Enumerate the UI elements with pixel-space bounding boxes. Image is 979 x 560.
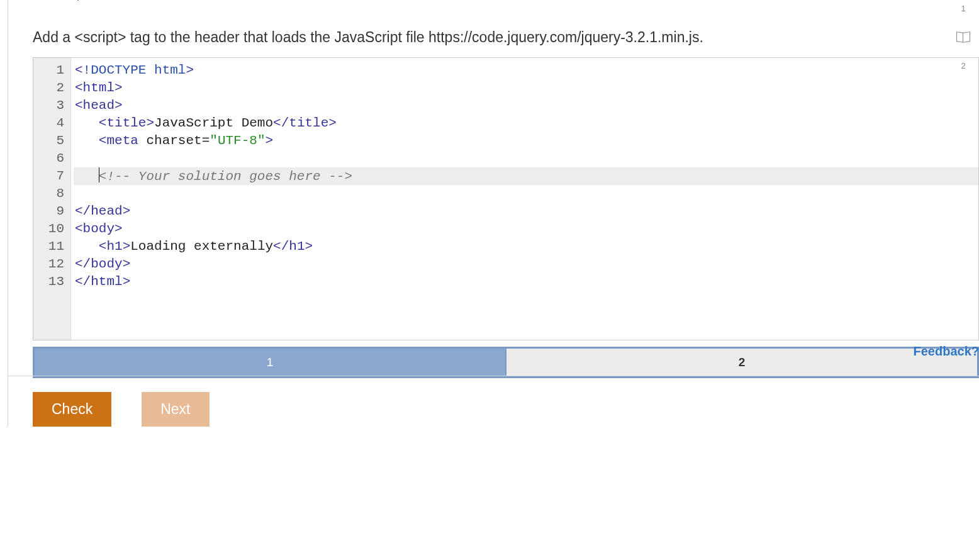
step-2[interactable]: 2 <box>506 349 977 376</box>
code-line[interactable] <box>74 150 978 167</box>
code-line[interactable] <box>74 185 978 203</box>
line-number: 6 <box>46 150 64 167</box>
code-editor[interactable]: 12345678910111213 <!DOCTYPE html><html><… <box>33 57 979 340</box>
code-line[interactable]: </head> <box>74 203 978 220</box>
next-button[interactable]: Next <box>142 392 209 427</box>
content-left-border <box>8 0 8 427</box>
code-line[interactable]: <body> <box>74 220 978 238</box>
book-icon <box>956 32 970 42</box>
line-number: 1 <box>46 62 64 79</box>
line-number: 13 <box>46 273 64 291</box>
feedback-link[interactable]: Feedback? <box>914 344 979 359</box>
step-1-label: 1 <box>267 356 274 369</box>
code-line[interactable]: </body> <box>74 255 978 273</box>
code-line[interactable]: <head> <box>74 97 978 115</box>
section-divider <box>8 376 979 376</box>
check-button[interactable]: Check <box>33 392 111 427</box>
code-line[interactable]: </html> <box>74 273 978 291</box>
line-number: 9 <box>46 203 64 220</box>
line-number: 10 <box>46 220 64 238</box>
line-number: 2 <box>46 79 64 97</box>
line-number: 12 <box>46 255 64 273</box>
line-number-gutter: 12345678910111213 <box>33 58 71 340</box>
line-number: 11 <box>46 238 64 255</box>
line-number: 4 <box>46 115 64 132</box>
side-page-1: 1 <box>961 4 965 13</box>
line-number: 7 <box>46 167 64 185</box>
code-line[interactable]: <html> <box>74 79 978 97</box>
code-line[interactable]: <title>JavaScript Demo</title> <box>74 115 978 132</box>
code-line[interactable]: <h1>Loading externally</h1> <box>74 238 978 255</box>
code-line[interactable]: <!DOCTYPE html> <box>74 62 978 79</box>
code-area[interactable]: <!DOCTYPE html><html><head> <title>JavaS… <box>71 58 978 340</box>
code-line[interactable]: <!-- Your solution goes here --> <box>74 167 978 185</box>
button-row: Check Next <box>33 392 979 427</box>
step-2-label: 2 <box>739 356 746 369</box>
line-number: 8 <box>46 185 64 203</box>
line-number: 5 <box>46 132 64 150</box>
instruction-text: Add a <script> tag to the header that lo… <box>33 29 979 46</box>
code-line[interactable]: <meta charset="UTF-8"> <box>74 132 978 150</box>
step-1[interactable]: 1 <box>35 349 506 376</box>
line-number: 3 <box>46 97 64 115</box>
breadcrumb[interactable]: Jump to level 1 <box>55 0 979 4</box>
step-indicator: 1 2 <box>33 347 979 378</box>
